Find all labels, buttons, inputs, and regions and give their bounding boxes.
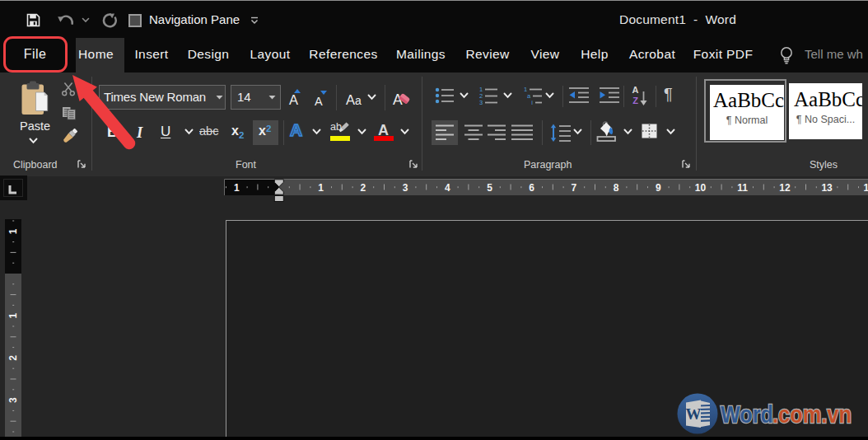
svg-text:11: 11 — [737, 182, 748, 194]
svg-text:.com.vn: .com.vn — [772, 400, 852, 428]
svg-text:Word: Word — [721, 400, 773, 428]
svg-text:5: 5 — [487, 182, 492, 194]
svg-text:1: 1 — [234, 182, 240, 194]
svg-text:3: 3 — [7, 397, 19, 403]
svg-text:3: 3 — [403, 182, 408, 194]
svg-text:12: 12 — [779, 182, 791, 194]
svg-text:14: 14 — [864, 182, 868, 194]
svg-text:2: 2 — [7, 355, 19, 361]
svg-text:4: 4 — [445, 182, 450, 194]
svg-text:3: 3 — [479, 99, 483, 105]
svg-text:2: 2 — [361, 182, 366, 194]
svg-text:6: 6 — [529, 182, 534, 194]
svg-text:1: 1 — [318, 182, 324, 194]
svg-text:13: 13 — [821, 182, 833, 194]
svg-text:8: 8 — [614, 182, 619, 194]
svg-text:i: i — [531, 99, 533, 105]
svg-text:Z: Z — [632, 96, 638, 105]
svg-text:a: a — [527, 92, 531, 100]
svg-text:10: 10 — [695, 182, 707, 194]
svg-text:7: 7 — [572, 182, 577, 194]
svg-text:A: A — [632, 85, 639, 95]
svg-text:1: 1 — [7, 313, 19, 319]
svg-text:9: 9 — [656, 182, 661, 194]
svg-text:W: W — [686, 405, 702, 423]
svg-text:1: 1 — [7, 228, 19, 234]
